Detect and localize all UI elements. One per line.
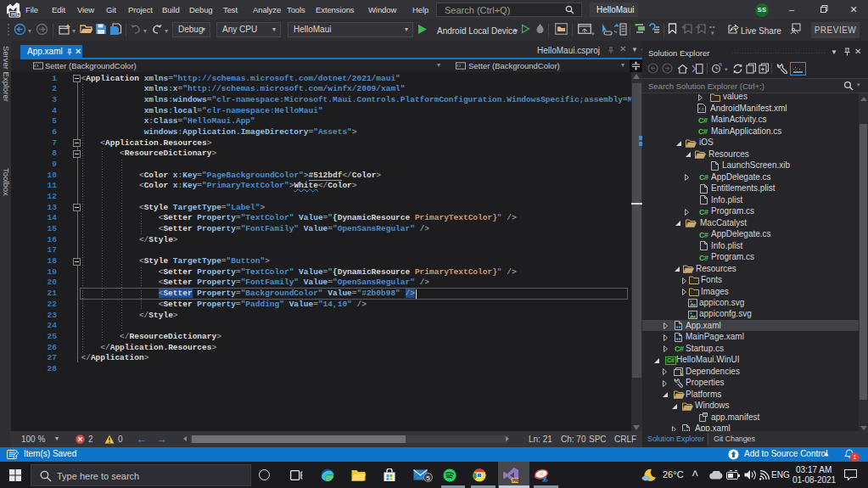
- svg-text:PRE: PRE: [11, 13, 20, 17]
- svg-text:PRE: PRE: [512, 479, 519, 483]
